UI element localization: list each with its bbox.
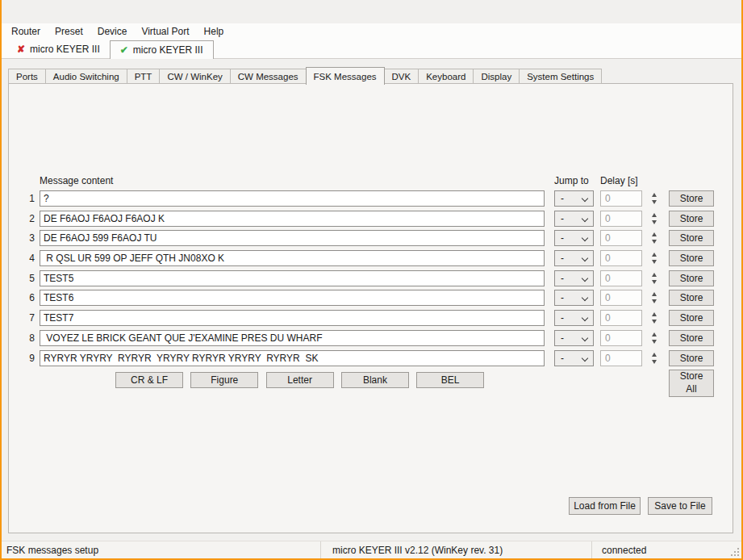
jump-to-select[interactable]: -: [554, 270, 594, 286]
tab-ptt[interactable]: PTT: [127, 69, 161, 84]
spinner-down-icon[interactable]: [652, 340, 657, 344]
jump-to-value: -: [561, 253, 564, 264]
figure-button[interactable]: Figure: [190, 372, 258, 388]
spinner-down-icon[interactable]: [652, 220, 657, 224]
message-input[interactable]: [40, 310, 545, 326]
spinner-down-icon[interactable]: [652, 200, 657, 204]
resize-grip[interactable]: [730, 547, 740, 557]
delay-input[interactable]: [600, 350, 642, 366]
tab-dvk[interactable]: DVK: [384, 69, 420, 84]
store-button[interactable]: Store: [669, 270, 714, 286]
spinner-up-icon[interactable]: [652, 353, 657, 357]
tab-cw-messages[interactable]: CW Messages: [230, 69, 307, 84]
jump-to-select[interactable]: -: [554, 230, 594, 246]
message-input[interactable]: [40, 350, 545, 366]
delay-input[interactable]: [600, 310, 642, 326]
status-center: micro KEYER III v2.12 (WinKey rev. 31): [320, 541, 591, 558]
tab-fsk-messages[interactable]: FSK Messages: [306, 67, 385, 85]
spinner-up-icon[interactable]: [652, 312, 657, 316]
device-tab-disconnected[interactable]: ✘ micro KEYER III: [7, 40, 110, 58]
message-input[interactable]: [40, 250, 545, 266]
letter-button[interactable]: Letter: [266, 372, 334, 388]
cr-lf-button[interactable]: CR & LF: [115, 372, 183, 388]
jump-to-value: -: [561, 193, 564, 204]
store-button[interactable]: Store: [669, 190, 714, 207]
spinner-down-icon[interactable]: [652, 299, 657, 303]
message-rows: 1 - Store 2: [9, 190, 733, 370]
menu-device[interactable]: Device: [90, 23, 135, 39]
message-input[interactable]: [40, 270, 545, 286]
spinner-up-icon[interactable]: [652, 292, 657, 296]
status-context-text: FSK messages setup: [6, 545, 98, 556]
spinner-up-icon[interactable]: [652, 193, 657, 197]
delay-input[interactable]: [600, 211, 642, 227]
row-number: 8: [9, 332, 35, 344]
message-input[interactable]: [40, 190, 545, 207]
status-right: connected: [591, 541, 741, 558]
spinner-up-icon[interactable]: [652, 232, 657, 236]
jump-to-select[interactable]: -: [554, 310, 594, 326]
jump-to-select[interactable]: -: [554, 290, 594, 306]
tab-display[interactable]: Display: [473, 69, 520, 84]
jump-to-select[interactable]: -: [554, 330, 594, 346]
menu-router[interactable]: Router: [4, 23, 48, 39]
spinner-down-icon[interactable]: [652, 320, 657, 324]
save-to-file-button[interactable]: Save to File: [648, 497, 712, 515]
blank-button[interactable]: Blank: [341, 372, 409, 388]
message-row-8: 8 - Store: [9, 330, 733, 346]
chevron-down-icon: [582, 255, 588, 261]
spinner-down-icon[interactable]: [652, 280, 657, 284]
delay-input[interactable]: [600, 290, 642, 306]
jump-to-select[interactable]: -: [554, 350, 594, 366]
store-button[interactable]: Store: [669, 250, 714, 266]
message-row-3: 3 - Store: [9, 230, 733, 246]
delay-spinner: [649, 311, 660, 325]
store-button[interactable]: Store: [669, 290, 714, 306]
delay-input[interactable]: [600, 270, 642, 286]
menu-virtual-port[interactable]: Virtual Port: [134, 23, 196, 39]
store-all-button[interactable]: Store All: [669, 370, 714, 397]
message-input[interactable]: [40, 330, 545, 346]
spinner-up-icon[interactable]: [652, 273, 657, 277]
delay-input[interactable]: [600, 190, 642, 207]
tab-system-settings[interactable]: System Settings: [519, 69, 602, 84]
message-row-6: 6 - Store: [9, 290, 733, 306]
jump-to-select[interactable]: -: [554, 250, 594, 266]
tab-ports[interactable]: Ports: [8, 69, 46, 84]
spinner-down-icon[interactable]: [652, 260, 657, 264]
jump-to-select[interactable]: -: [554, 211, 594, 227]
menu-help[interactable]: Help: [197, 23, 232, 39]
message-input[interactable]: [40, 290, 545, 306]
device-tab-strip: ✘ micro KEYER III ✔ micro KEYER III: [2, 39, 741, 59]
device-tab-connected[interactable]: ✔ micro KEYER III: [110, 40, 214, 59]
menu-preset[interactable]: Preset: [48, 23, 90, 39]
tab-audio-switching[interactable]: Audio Switching: [45, 69, 127, 84]
spinner-up-icon[interactable]: [652, 332, 657, 336]
store-button[interactable]: Store: [669, 330, 714, 346]
spinner-down-icon[interactable]: [652, 240, 657, 244]
spinner-up-icon[interactable]: [652, 213, 657, 217]
jump-to-value: -: [561, 332, 564, 344]
store-button[interactable]: Store: [669, 230, 714, 246]
store-button[interactable]: Store: [669, 310, 714, 326]
delay-input[interactable]: [600, 250, 642, 266]
delay-input[interactable]: [600, 330, 642, 346]
message-input[interactable]: [40, 230, 545, 246]
message-row-4: 4 - Store: [9, 250, 733, 266]
store-button[interactable]: Store: [669, 211, 714, 227]
jump-to-select[interactable]: -: [554, 190, 594, 207]
load-from-file-button[interactable]: Load from File: [569, 497, 641, 515]
tab-keyboard[interactable]: Keyboard: [418, 69, 474, 84]
chevron-down-icon: [582, 315, 588, 321]
jump-to-value: -: [561, 292, 564, 303]
delay-spinner: [649, 251, 660, 265]
message-input[interactable]: [40, 211, 545, 227]
jump-to-value: -: [561, 213, 564, 224]
spinner-down-icon[interactable]: [652, 360, 657, 364]
chevron-down-icon: [582, 195, 588, 202]
bel-button[interactable]: BEL: [416, 372, 484, 388]
spinner-up-icon[interactable]: [652, 253, 657, 257]
tab-cw-winkey[interactable]: CW / WinKey: [159, 69, 230, 84]
delay-input[interactable]: [600, 230, 642, 246]
store-button[interactable]: Store: [669, 350, 714, 366]
